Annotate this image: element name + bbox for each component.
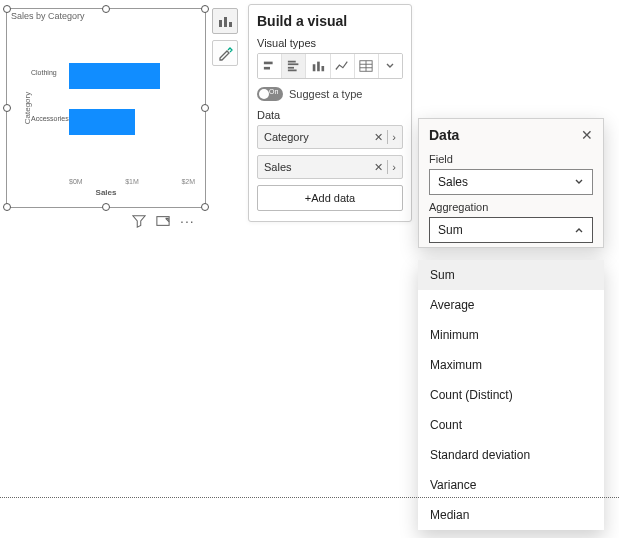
svg-rect-11	[317, 62, 320, 72]
resize-handle-bl[interactable]	[3, 203, 11, 211]
aggregation-option[interactable]: Variance	[418, 470, 604, 500]
build-visual-panel: Build a visual Visual types On Suggest a…	[248, 4, 412, 222]
field-menu-chevron-icon[interactable]: ›	[392, 131, 396, 143]
svg-rect-4	[263, 62, 272, 65]
data-popover: Data ✕ Field Sales Aggregation Sum	[418, 118, 604, 248]
separator	[387, 160, 388, 174]
aggregation-option[interactable]: Minimum	[418, 320, 604, 350]
aggregation-option[interactable]: Count (Distinct)	[418, 380, 604, 410]
close-icon[interactable]: ✕	[581, 128, 593, 142]
pill-label: Sales	[264, 161, 292, 173]
toggle-state-label: On	[269, 88, 278, 95]
resize-handle-tm[interactable]	[102, 5, 110, 13]
suggest-type-toggle[interactable]: On	[257, 87, 283, 101]
visual-type-line[interactable]	[331, 54, 355, 78]
aggregation-option[interactable]: Median	[418, 500, 604, 530]
svg-rect-3	[229, 22, 232, 27]
chart-x-axis-label: Sales	[7, 188, 205, 197]
visual-types-label: Visual types	[257, 37, 403, 49]
data-field-pill-sales[interactable]: Sales ✕ ›	[257, 155, 403, 179]
svg-rect-9	[288, 70, 297, 72]
remove-field-icon[interactable]: ✕	[374, 131, 383, 144]
visual-type-clustered-column[interactable]	[306, 54, 330, 78]
aggregation-option[interactable]: Count	[418, 410, 604, 440]
aggregation-option[interactable]: Average	[418, 290, 604, 320]
field-label: Field	[429, 153, 593, 165]
aggregation-dropdown-list: Sum Average Minimum Maximum Count (Disti…	[418, 260, 604, 530]
field-menu-chevron-icon[interactable]: ›	[392, 161, 396, 173]
suggest-type-label: Suggest a type	[289, 88, 362, 100]
x-tick: $1M	[125, 178, 139, 185]
chart-x-axis: $0M $1M $2M	[69, 178, 195, 185]
panel-title: Build a visual	[257, 13, 403, 29]
bar[interactable]	[69, 63, 160, 89]
svg-rect-7	[288, 63, 299, 65]
data-field-pill-category[interactable]: Category ✕ ›	[257, 125, 403, 149]
svg-rect-6	[288, 61, 296, 63]
remove-field-icon[interactable]: ✕	[374, 161, 383, 174]
visual-type-clustered-bar[interactable]	[282, 54, 306, 78]
resize-handle-ml[interactable]	[3, 104, 11, 112]
aggregation-option[interactable]: Sum	[418, 260, 604, 290]
bar-row: Clothing	[69, 59, 195, 93]
visual-type-table[interactable]	[355, 54, 379, 78]
svg-rect-8	[288, 67, 294, 69]
visual-type-more[interactable]	[379, 54, 402, 78]
bar-row: Accessories	[69, 105, 195, 139]
add-data-label: +Add data	[305, 192, 355, 204]
svg-rect-2	[224, 17, 227, 27]
aggregation-value: Sum	[438, 223, 463, 237]
visual-type-stacked-bar[interactable]	[258, 54, 282, 78]
chart-toolbar: ···	[132, 214, 195, 228]
x-tick: $0M	[69, 178, 83, 185]
data-section-label: Data	[257, 109, 403, 121]
svg-rect-1	[219, 20, 222, 27]
aggregation-option[interactable]: Standard deviation	[418, 440, 604, 470]
build-visual-tab[interactable]	[212, 8, 238, 34]
aggregation-dropdown[interactable]: Sum	[429, 217, 593, 243]
field-dropdown[interactable]: Sales	[429, 169, 593, 195]
field-value: Sales	[438, 175, 468, 189]
x-tick: $2M	[181, 178, 195, 185]
aggregation-option[interactable]: Maximum	[418, 350, 604, 380]
aggregation-label: Aggregation	[429, 201, 593, 213]
chart-plot-area: Clothing Accessories	[29, 49, 195, 171]
format-visual-tab[interactable]	[212, 40, 238, 66]
bar[interactable]	[69, 109, 135, 135]
chart-visual[interactable]: Sales by Category Category Clothing Acce…	[6, 8, 206, 208]
chevron-up-icon	[574, 225, 584, 235]
svg-rect-5	[263, 67, 269, 70]
svg-rect-10	[313, 64, 316, 71]
visual-pane-tabs	[212, 8, 238, 66]
add-data-button[interactable]: +Add data	[257, 185, 403, 211]
svg-rect-12	[321, 66, 324, 71]
resize-handle-tl[interactable]	[3, 5, 11, 13]
suggest-type-row: On Suggest a type	[257, 87, 403, 101]
resize-handle-bm[interactable]	[102, 203, 110, 211]
bar-label: Clothing	[31, 69, 67, 76]
resize-handle-tr[interactable]	[201, 5, 209, 13]
visual-types-picker	[257, 53, 403, 79]
separator	[387, 130, 388, 144]
resize-handle-br[interactable]	[201, 203, 209, 211]
popover-title: Data	[429, 127, 459, 143]
resize-handle-mr[interactable]	[201, 104, 209, 112]
more-options-icon[interactable]: ···	[180, 217, 195, 225]
chevron-down-icon	[574, 177, 584, 187]
pill-label: Category	[264, 131, 309, 143]
canvas-boundary-line	[0, 497, 619, 498]
focus-mode-icon[interactable]	[156, 214, 170, 228]
bar-label: Accessories	[31, 115, 67, 122]
filter-icon[interactable]	[132, 214, 146, 228]
